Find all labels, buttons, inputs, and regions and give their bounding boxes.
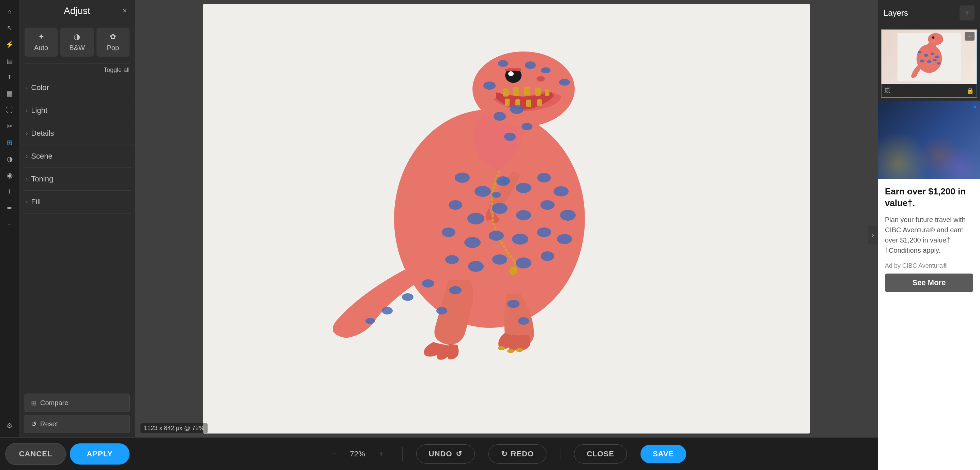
canvas-container: 1123 x 842 px @ 72% bbox=[135, 0, 878, 437]
divider-1 bbox=[402, 447, 402, 461]
vinyl-tool-icon[interactable]: ◉ bbox=[2, 168, 17, 183]
svg-point-75 bbox=[937, 62, 940, 64]
dino-svg bbox=[217, 14, 796, 423]
adjust-close-button[interactable]: × bbox=[120, 6, 129, 16]
accordion-color[interactable]: › Color bbox=[22, 76, 132, 99]
svg-rect-10 bbox=[526, 100, 531, 107]
add-layer-button[interactable]: + bbox=[959, 5, 975, 21]
svg-rect-7 bbox=[545, 89, 549, 96]
light-label: Light bbox=[31, 106, 48, 115]
svg-point-14 bbox=[536, 76, 545, 81]
scissors-tool-icon[interactable]: ✂ bbox=[2, 119, 17, 134]
svg-point-47 bbox=[468, 261, 484, 272]
svg-point-44 bbox=[537, 228, 551, 237]
auto-filter-label: Auto bbox=[34, 44, 48, 52]
svg-point-21 bbox=[525, 61, 536, 69]
svg-point-52 bbox=[402, 293, 414, 301]
layer-lock-icon[interactable]: 🔒 bbox=[966, 87, 974, 94]
toggle-all-button[interactable]: Toggle all bbox=[103, 67, 129, 74]
undo-icon: ↺ bbox=[456, 449, 462, 459]
zoom-value: 72% bbox=[346, 449, 369, 459]
svg-point-40 bbox=[442, 228, 455, 237]
pattern-tool-icon[interactable]: ▦ bbox=[2, 86, 17, 101]
svg-point-26 bbox=[504, 133, 516, 141]
save-button[interactable]: SAVE bbox=[641, 445, 686, 463]
crop-tool-icon[interactable]: ⛶ bbox=[2, 102, 17, 117]
svg-point-27 bbox=[522, 123, 533, 130]
compare-icon: ⊞ bbox=[31, 399, 37, 407]
text-tool-icon[interactable]: T bbox=[2, 70, 17, 84]
bottom-bar: CANCEL APPLY bbox=[0, 437, 135, 470]
more-tools-icon[interactable]: ··· bbox=[2, 217, 17, 232]
layers-tool-icon[interactable]: ▤ bbox=[2, 53, 17, 68]
ad-badge: ▲ bbox=[972, 104, 977, 109]
compare-button[interactable]: ⊞ Compare bbox=[25, 394, 129, 412]
svg-point-51 bbox=[422, 279, 434, 288]
svg-point-43 bbox=[512, 234, 528, 245]
svg-point-28 bbox=[455, 172, 470, 183]
quick-action-icon[interactable]: ⚡ bbox=[2, 37, 17, 52]
svg-point-19 bbox=[484, 81, 496, 90]
close-button[interactable]: CLOSE bbox=[574, 445, 627, 464]
layer-item: ··· 🖼 🔒 bbox=[881, 29, 977, 98]
icon-sidebar: ⌂ ↖ ⚡ ▤ T ▦ ⛶ ✂ ⊞ ◑ ◉ ⌇ ✒ ··· ⚙ bbox=[0, 0, 19, 437]
accordion-fill[interactable]: › Fill bbox=[22, 191, 132, 213]
pop-filter-label: Pop bbox=[107, 44, 119, 52]
circle-tool-icon[interactable]: ◑ bbox=[2, 151, 17, 166]
ad-see-more-button[interactable]: See More bbox=[885, 274, 973, 292]
adjust-tool-icon[interactable]: ⊞ bbox=[2, 135, 17, 150]
redo-button[interactable]: ↻ REDO bbox=[488, 445, 547, 464]
layer-options-button[interactable]: ··· bbox=[965, 32, 975, 41]
zoom-controls: − 72% + bbox=[326, 446, 388, 462]
svg-rect-66 bbox=[932, 41, 933, 42]
svg-point-48 bbox=[492, 255, 507, 264]
cancel-button[interactable]: CANCEL bbox=[5, 443, 66, 465]
fill-chevron-icon: › bbox=[26, 199, 28, 205]
svg-point-39 bbox=[560, 210, 576, 221]
accordion-toning[interactable]: › Toning bbox=[22, 168, 132, 191]
select-tool-icon[interactable]: ↖ bbox=[2, 21, 17, 35]
accordion-details[interactable]: › Details bbox=[22, 122, 132, 145]
reset-label: Reset bbox=[40, 420, 58, 428]
pen-tool-icon[interactable]: ✒ bbox=[2, 201, 17, 215]
svg-point-70 bbox=[930, 53, 934, 55]
ad-headline: Earn over $1,200 in value†. bbox=[885, 186, 973, 209]
clone-tool-icon[interactable]: ⌇ bbox=[2, 184, 17, 199]
accordion-scene[interactable]: › Scene bbox=[22, 145, 132, 168]
svg-point-73 bbox=[927, 61, 931, 63]
left-panel: ⌂ ↖ ⚡ ▤ T ▦ ⛶ ✂ ⊞ ◑ ◉ ⌇ ✒ ··· ⚙ Adju bbox=[0, 0, 135, 470]
auto-filter-button[interactable]: ✦ Auto bbox=[25, 28, 57, 57]
home-icon[interactable]: ⌂ bbox=[2, 4, 17, 19]
accordion-list: › Color › Light › Details › Scene › To bbox=[19, 76, 135, 233]
svg-point-34 bbox=[449, 200, 462, 210]
svg-point-29 bbox=[474, 186, 491, 197]
main-area: 1123 x 842 px @ 72% − 72% + UNDO ↺ ↻ RED… bbox=[135, 0, 878, 470]
svg-rect-11 bbox=[537, 99, 542, 106]
reset-button[interactable]: ↺ Reset bbox=[25, 415, 129, 433]
svg-point-20 bbox=[498, 60, 508, 67]
svg-point-72 bbox=[920, 59, 924, 62]
zoom-in-button[interactable]: + bbox=[374, 446, 388, 462]
undo-button[interactable]: UNDO ↺ bbox=[416, 445, 475, 464]
apply-button[interactable]: APPLY bbox=[70, 443, 129, 465]
separator bbox=[25, 64, 129, 64]
svg-point-22 bbox=[541, 67, 550, 73]
pop-filter-button[interactable]: ✿ Pop bbox=[97, 28, 129, 57]
svg-point-60 bbox=[492, 192, 501, 198]
layer-preview-svg bbox=[888, 33, 970, 81]
image-info: 1123 x 842 px @ 72% bbox=[140, 423, 208, 433]
collapse-panel-button[interactable]: › bbox=[868, 225, 878, 245]
ad-city-lights bbox=[878, 100, 980, 179]
svg-point-49 bbox=[516, 258, 531, 268]
zoom-out-button[interactable]: − bbox=[326, 446, 342, 462]
svg-point-71 bbox=[935, 56, 939, 58]
details-label: Details bbox=[31, 129, 54, 138]
svg-point-59 bbox=[500, 178, 510, 184]
bw-filter-button[interactable]: ◑ B&W bbox=[60, 28, 94, 57]
canvas-toolbar: − 72% + UNDO ↺ ↻ REDO CLOSE SAVE bbox=[135, 437, 878, 470]
accordion-light[interactable]: › Light bbox=[22, 99, 132, 122]
svg-point-16 bbox=[498, 346, 505, 350]
ad-label: Ad by CIBC Aventura® bbox=[885, 262, 973, 269]
svg-point-50 bbox=[541, 252, 554, 261]
settings-icon[interactable]: ⚙ bbox=[2, 418, 17, 433]
